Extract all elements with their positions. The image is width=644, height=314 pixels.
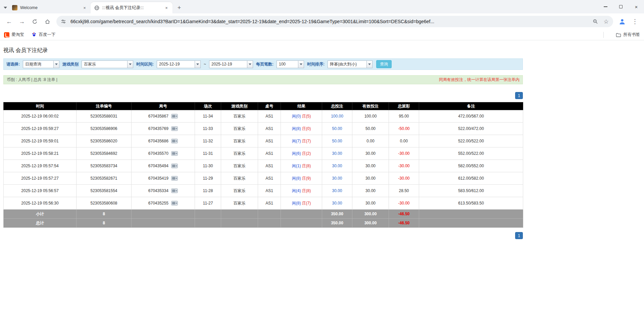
page-1-button[interactable]: 1 [515,232,523,239]
all-bookmarks-button[interactable]: 所有书签 [616,32,640,38]
total-bet-link[interactable]: 100.00 [331,114,343,119]
per-page-value: 100 [277,61,298,68]
url-text[interactable]: 66cxkj98.com/game/betrecord_search/kind3… [70,19,588,24]
cell-game-type: 百家乐 [221,172,258,185]
subtotal-payout: -46.50 [389,210,419,219]
content-container: 视讯 会员下注纪录 请选择: 日期查询 游戏类别 百家乐 时间区间: 2025-… [3,40,523,239]
cell-session: 11-34 [195,110,221,123]
total-bet-link[interactable]: 30.00 [332,176,342,181]
header-valid-bet: 有效投注 [352,102,389,110]
minimize-icon [604,6,607,7]
back-button[interactable]: ← [3,16,15,27]
cell-round-id: 670435867 [132,110,195,123]
chevron-down-icon[interactable] [53,61,59,68]
chevron-down-icon[interactable] [247,61,253,68]
new-tab-button[interactable]: + [175,3,184,12]
note-text: 同局有效投注，统一计算在该局第一张注单内 [439,77,519,83]
profile-avatar[interactable] [616,16,628,27]
globe-icon [94,5,99,10]
cell-game-type: 百家乐 [221,123,258,135]
all-bookmarks-label: 所有书签 [623,32,640,38]
header-note: 备注 [419,102,523,110]
cell-time: 2025-12-19 05:56:57 [4,185,77,197]
round-result-icon[interactable] [171,126,178,131]
per-page-select[interactable]: 100 [277,60,304,68]
game-type-select[interactable]: 百家乐 [82,60,133,68]
welcome-favicon [12,5,17,10]
round-result-icon[interactable] [171,114,178,119]
chevron-down-icon[interactable] [298,61,304,68]
date-start-select[interactable]: 2025-12-19 [157,60,201,68]
cell-empty [132,210,195,219]
forward-button[interactable]: → [16,16,28,27]
minimize-button[interactable] [598,0,613,13]
bookmark-star-icon[interactable]: ☆ [602,18,610,25]
cell-empty [132,219,195,228]
round-result-icon[interactable] [171,151,178,156]
sort-value: 降幂(由大到小) [328,61,366,68]
zoom-icon[interactable] [592,18,599,25]
home-button[interactable] [42,16,53,27]
cell-session: 11-30 [195,160,221,172]
reload-button[interactable] [29,16,40,27]
close-tab-icon[interactable]: × [164,5,169,10]
round-result-icon[interactable] [171,139,178,143]
cell-bet-id: 523053580608 [77,197,132,210]
page-1-button[interactable]: 1 [515,92,523,99]
table-row: 2025-12-19 05:57:27 523053582671 6704354… [4,172,523,185]
total-bet-link[interactable]: 30.00 [332,164,342,168]
total-bet-link[interactable]: 30.00 [332,188,342,193]
total-total-bet: 350.00 [322,219,352,228]
result-player: 闲(7) [292,139,301,143]
round-result-icon[interactable] [171,176,178,181]
round-result-icon[interactable] [171,201,178,206]
cell-result: 闲(8)庄(0) [281,123,322,135]
total-bet-link[interactable]: 30.00 [332,151,342,156]
date-end-select[interactable]: 2025-12-19 [209,60,253,68]
result-banker: 庄(7) [302,201,311,206]
total-bet-link[interactable]: 50.00 [332,139,342,143]
bookmark-aitaobao[interactable]: 爱淘宝 [4,32,24,38]
total-count: 8 [77,219,132,228]
chevron-down-icon[interactable] [366,61,372,68]
tab-welcome[interactable]: Welcome × [9,2,91,13]
cell-total-bet: 50.00 [322,123,352,135]
cell-time: 2025-12-19 06:00:02 [4,110,77,123]
subtotal-valid-bet: 300.00 [352,210,389,219]
bookmark-label: 百度一下 [39,32,56,38]
search-button[interactable]: 查询 [376,60,392,68]
round-result-icon[interactable] [171,188,178,193]
site-info-icon[interactable] [60,18,67,25]
menu-icon[interactable]: ⋮ [629,16,641,27]
close-window-button[interactable]: × [629,0,644,13]
chevron-down-icon[interactable] [195,61,200,68]
chevron-down-icon[interactable] [127,61,133,68]
cell-empty [221,219,258,228]
query-type-select[interactable]: 日期查询 [23,60,59,68]
cell-game-type: 百家乐 [221,135,258,147]
cell-time: 2025-12-19 05:59:27 [4,123,77,135]
cell-result: 闲(6)庄(2) [281,147,322,160]
header-game-type: 游戏类别 [221,102,258,110]
maximize-button[interactable] [613,0,629,13]
query-type-label: 请选择: [6,61,20,67]
round-result-icon[interactable] [171,164,178,168]
total-bet-link[interactable]: 50.00 [332,126,342,131]
tab-title: :::视讯 会员下注纪录::: [102,5,161,11]
address-bar[interactable]: 66cxkj98.com/game/betrecord_search/kind3… [56,16,613,27]
total-bet-link[interactable]: 30.00 [332,201,342,206]
sort-select[interactable]: 降幂(由大到小) [328,60,373,68]
cell-game-type: 百家乐 [221,185,258,197]
tab-search-button[interactable] [2,2,9,13]
table-row: 2025-12-19 05:59:27 523053586906 6704357… [4,123,523,135]
header-payout: 总派彩 [389,102,419,110]
bookmark-baidu[interactable]: 百度一下 [32,32,56,38]
folder-icon [616,32,621,38]
cell-table-number: AS1 [258,147,281,160]
cell-result: 闲(0)庄(5) [281,110,322,123]
result-banker: 庄(5) [302,114,311,119]
tab-bet-record[interactable]: :::视讯 会员下注纪录::: × [91,2,172,13]
close-tab-icon[interactable]: × [82,5,87,10]
cell-valid-bet: 30.00 [352,160,389,172]
cell-empty [195,210,221,219]
